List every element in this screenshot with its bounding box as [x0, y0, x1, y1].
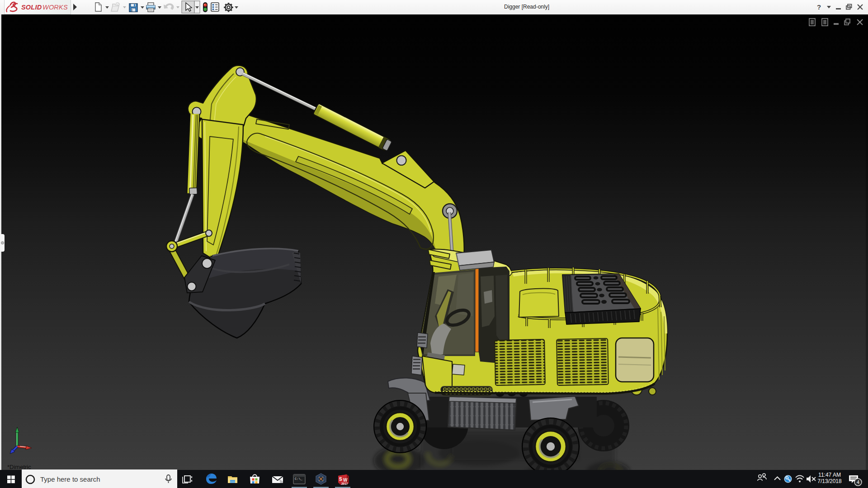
svg-text:C:\_: C:\_ — [295, 477, 303, 481]
svg-text:S: S — [339, 477, 342, 482]
svg-text:SOLID: SOLID — [21, 4, 42, 11]
svg-text:4: 4 — [857, 479, 859, 485]
svg-text:WORKS: WORKS — [42, 4, 68, 11]
svg-text:2017: 2017 — [341, 482, 348, 485]
svg-text:?: ? — [817, 3, 821, 11]
